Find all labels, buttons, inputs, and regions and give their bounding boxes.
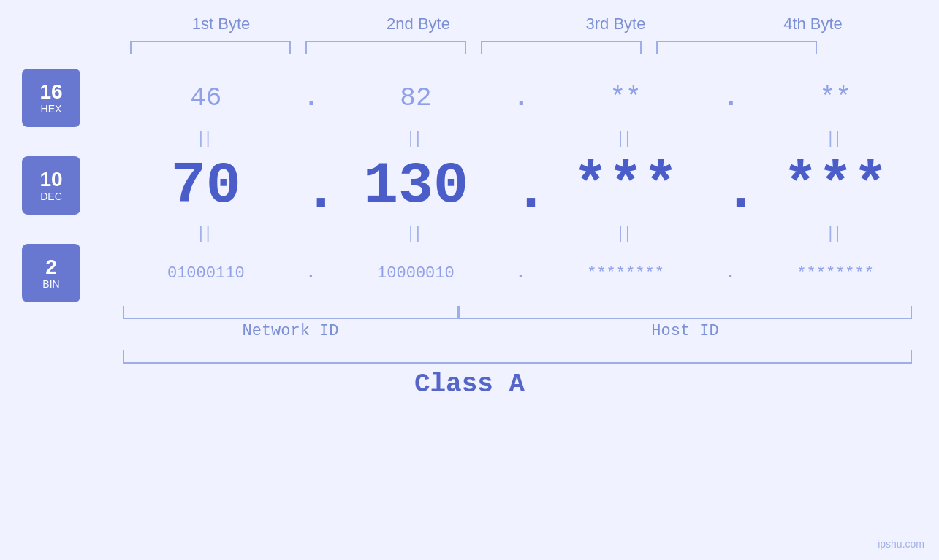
byte2-header: 2nd Byte bbox=[338, 15, 499, 34]
bin-b1: 01000110 bbox=[126, 264, 286, 283]
eq1-b2: || bbox=[335, 129, 496, 147]
network-id-label: Network ID bbox=[123, 322, 459, 340]
hex-badge: 16 HEX bbox=[22, 69, 80, 127]
main-container: 1st Byte 2nd Byte 3rd Byte 4th Byte 16 H… bbox=[0, 0, 939, 560]
eq2-b3: || bbox=[545, 223, 706, 242]
byte4-header: 4th Byte bbox=[733, 15, 894, 34]
dec-b3: *** bbox=[545, 153, 706, 219]
spacer2 bbox=[22, 222, 102, 244]
byte1-header: 1st Byte bbox=[141, 15, 302, 34]
byte3-header: 3rd Byte bbox=[536, 15, 696, 34]
dot-dec-2: . bbox=[513, 158, 528, 224]
dot-dec-3: . bbox=[723, 158, 738, 224]
bracket-b3 bbox=[481, 41, 642, 54]
bin-badge-label: BIN bbox=[42, 278, 59, 290]
dot-hex-1: . bbox=[303, 83, 318, 113]
hex-badge-row: 16 HEX bbox=[22, 69, 102, 127]
dot-hex-2: . bbox=[513, 83, 528, 113]
bin-badge: 2 BIN bbox=[22, 244, 80, 302]
hex-b3: ** bbox=[545, 83, 706, 113]
bottom-section: Network ID Host ID bbox=[123, 306, 912, 340]
network-bracket bbox=[123, 306, 459, 319]
id-labels: Network ID Host ID bbox=[123, 322, 912, 340]
spacer1 bbox=[22, 127, 102, 149]
bin-b4: ******** bbox=[755, 264, 916, 283]
dec-b4: *** bbox=[755, 153, 916, 219]
eq2-b4: || bbox=[755, 223, 916, 242]
dot-bin-1: . bbox=[303, 264, 318, 283]
bin-b3: ******** bbox=[545, 264, 706, 283]
eq2-b2: || bbox=[335, 223, 496, 242]
byte-headers-row: 1st Byte 2nd Byte 3rd Byte 4th Byte bbox=[123, 15, 912, 34]
bin-badge-num: 2 bbox=[45, 256, 57, 279]
bracket-b4 bbox=[656, 41, 817, 54]
bin-row: 01000110 . 10000010 . ******** . *******… bbox=[102, 244, 939, 302]
class-label: Class A bbox=[414, 369, 525, 399]
equals-row-1: || || || || bbox=[102, 127, 939, 149]
badges-column: 16 HEX 10 DEC 2 BIN bbox=[0, 69, 102, 302]
class-label-row: Class A bbox=[414, 369, 525, 399]
eq2-b1: || bbox=[126, 223, 286, 242]
dec-badge: 10 DEC bbox=[22, 156, 80, 215]
dec-badge-row: 10 DEC bbox=[22, 149, 102, 222]
hex-b4: ** bbox=[755, 83, 916, 113]
bracket-b2 bbox=[305, 41, 466, 54]
dec-badge-num: 10 bbox=[39, 169, 62, 191]
dec-b1: 70 bbox=[126, 153, 286, 219]
dot-dec-1: . bbox=[303, 158, 318, 224]
eq1-b3: || bbox=[545, 129, 706, 147]
bin-badge-row: 2 BIN bbox=[22, 244, 102, 302]
top-brackets bbox=[123, 41, 912, 54]
eq1-b4: || bbox=[755, 129, 916, 147]
hex-row: 46 . 82 . ** . ** bbox=[102, 69, 939, 127]
hex-badge-num: 16 bbox=[39, 81, 62, 104]
full-bracket-row bbox=[123, 350, 912, 364]
id-brackets bbox=[123, 306, 912, 319]
hex-badge-label: HEX bbox=[41, 103, 62, 115]
equals-row-2: || || || || bbox=[102, 222, 939, 244]
hex-b2: 82 bbox=[335, 83, 496, 113]
dot-hex-3: . bbox=[723, 83, 738, 113]
hex-b1: 46 bbox=[126, 83, 286, 113]
eq1-b1: || bbox=[126, 129, 286, 147]
ip-display: 46 . 82 . ** . ** || || bbox=[102, 69, 939, 302]
dot-bin-2: . bbox=[513, 264, 528, 283]
bin-b2: 10000010 bbox=[335, 264, 496, 283]
bracket-b1 bbox=[130, 41, 291, 54]
full-bracket bbox=[123, 350, 912, 364]
dec-badge-label: DEC bbox=[40, 191, 62, 202]
dec-row: 70 . 130 . *** . *** bbox=[102, 149, 939, 222]
host-id-label: Host ID bbox=[459, 322, 912, 340]
dot-bin-3: . bbox=[723, 264, 738, 283]
watermark: ipshu.com bbox=[878, 538, 924, 550]
host-bracket bbox=[459, 306, 912, 319]
main-content: 16 HEX 10 DEC 2 BIN bbox=[0, 69, 939, 302]
dec-b2: 130 bbox=[335, 153, 496, 219]
